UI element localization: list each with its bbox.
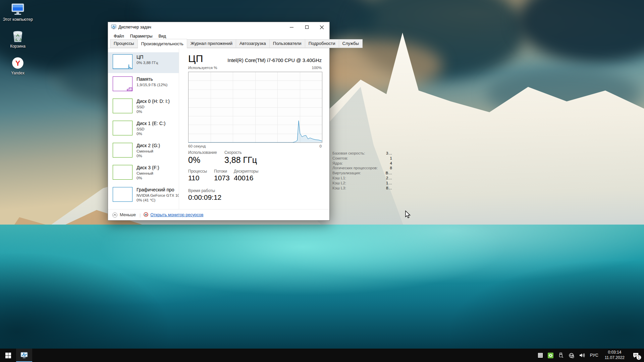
detail-value: 4 <box>390 161 392 166</box>
tab-startup[interactable]: Автозагрузка <box>236 39 270 48</box>
desktop-icon-this-pc[interactable]: Этот компьютер <box>3 3 33 22</box>
tab-users[interactable]: Пользователи <box>270 39 305 48</box>
task-manager-icon <box>111 24 116 31</box>
notification-center-button[interactable]: 1 <box>629 349 642 362</box>
language-indicator[interactable]: РУС <box>588 353 600 358</box>
sidebar-item-disk3[interactable]: Диск 3 (F:) Сменный 0% <box>108 163 179 184</box>
tab-strip: Процессы Производительность Журнал прило… <box>108 40 329 48</box>
clock[interactable]: 0:03:14 11.07.2022 <box>602 350 627 360</box>
clock-date: 11.07.2022 <box>605 355 625 361</box>
detail-label: Кэш L3: <box>332 186 346 191</box>
speed-value: 3,88 ГГц <box>224 155 265 165</box>
maximize-button[interactable] <box>299 22 314 32</box>
disk-thumbnail-icon <box>113 121 132 135</box>
network-no-internet-icon[interactable] <box>568 349 576 362</box>
memory-thumbnail-icon <box>113 76 132 91</box>
sidebar-item-subtitle: 1,9/15,9 ГБ (12%) <box>137 82 167 87</box>
sidebar-item-subtitle2: 0% <box>137 176 159 181</box>
performance-sidebar: ЦП 0% 3,88 ГГц Память 1,9/15,9 ГБ (12%) <box>108 48 179 209</box>
notification-badge: 1 <box>636 355 641 360</box>
taskbar-app-task-manager[interactable] <box>16 349 32 362</box>
sidebar-item-disk0[interactable]: Диск 0 (H: D: I:) SSD 0% <box>108 97 179 117</box>
tab-app-history[interactable]: Журнал приложений <box>187 39 236 48</box>
detail-value: 8 <box>390 166 392 171</box>
desktop-icons: Этот компьютер Корзина Y Yan <box>3 3 33 75</box>
windows-logo-icon <box>5 353 11 358</box>
sidebar-item-title: Диск 2 (G:) <box>137 143 160 149</box>
desktop-icon-yandex[interactable]: Y Yandex <box>3 56 33 76</box>
touch-keyboard-icon[interactable] <box>536 349 544 362</box>
detail-value: 1 <box>390 156 392 161</box>
sidebar-item-title: Память <box>137 76 167 82</box>
sidebar-item-cpu[interactable]: ЦП 0% 3,88 ГГц <box>108 52 179 73</box>
panel-title: ЦП <box>188 53 203 64</box>
disk-thumbnail-icon <box>113 165 132 180</box>
sidebar-item-gpu[interactable]: Графический про NVIDIA GeForce GTX 10 0%… <box>108 185 179 206</box>
cpu-usage-graph[interactable] <box>188 72 322 143</box>
detail-value: 1… <box>386 181 392 186</box>
desktop-icon-label: Корзина <box>10 44 25 49</box>
svg-text:Y: Y <box>15 59 20 67</box>
title-bar[interactable]: Диспетчер задач <box>108 22 329 32</box>
close-button[interactable] <box>314 22 329 32</box>
graph-xmin: 60 секунд <box>188 144 206 148</box>
detail-label: Кэш L2: <box>332 181 346 186</box>
speed-label: Скорость <box>224 150 265 155</box>
sidebar-item-subtitle: Сменный <box>137 149 160 154</box>
uptime-label: Время работы <box>188 188 221 193</box>
sidebar-item-title: Диск 0 (H: D: I:) <box>137 99 170 105</box>
tab-services[interactable]: Службы <box>339 39 363 48</box>
wallpaper-water-shadow <box>0 253 167 351</box>
sidebar-item-memory[interactable]: Память 1,9/15,9 ГБ (12%) <box>108 74 179 95</box>
detail-value: В… <box>386 171 392 176</box>
processes-label: Процессы <box>188 169 214 174</box>
sidebar-item-disk1[interactable]: Диск 1 (E: C:) SSD 0% <box>108 119 179 139</box>
sidebar-item-title: Графический про <box>137 187 179 193</box>
sidebar-item-subtitle2: 0% (41 °C) <box>137 198 179 203</box>
tab-processes[interactable]: Процессы <box>110 39 138 48</box>
detail-label: Виртуализация: <box>332 171 361 176</box>
task-manager-window: Диспетчер задач Файл Параметры Вид Проце… <box>108 22 330 221</box>
menu-options[interactable]: Параметры <box>127 33 156 40</box>
detail-value: 3… <box>386 151 392 156</box>
cpu-panel: ЦП Intel(R) Core(TM) i7-6700 CPU @ 3.40G… <box>179 48 329 209</box>
resource-monitor-icon <box>144 212 148 218</box>
nvidia-settings-icon[interactable] <box>547 349 555 362</box>
detail-label: Кэш L1: <box>332 176 346 181</box>
fewer-details-button[interactable]: Меньше <box>112 213 136 218</box>
detail-value: 8… <box>386 186 392 191</box>
gpu-thumbnail-icon <box>113 187 132 202</box>
recycle-bin-icon <box>10 29 25 43</box>
start-button[interactable] <box>0 349 16 362</box>
computer-icon <box>10 3 25 16</box>
sidebar-item-title: ЦП <box>137 54 158 60</box>
resource-monitor-label: Открыть монитор ресурсов <box>150 213 203 217</box>
footer-separator: | <box>140 213 141 218</box>
minimize-button[interactable] <box>284 22 299 32</box>
detail-label: Ядра: <box>332 161 343 166</box>
sidebar-item-subtitle2: 0% <box>137 109 170 114</box>
sidebar-item-disk2[interactable]: Диск 2 (G:) Сменный 0% <box>108 141 179 162</box>
threads-label: Потоки <box>214 169 234 174</box>
menu-file[interactable]: Файл <box>111 33 127 40</box>
graph-ylabel: Используется % <box>188 66 217 70</box>
sidebar-item-title: Диск 3 (F:) <box>137 165 159 171</box>
volume-icon[interactable] <box>578 349 586 362</box>
threads-value: 1073 <box>214 174 234 182</box>
taskbar: РУС 0:03:14 11.07.2022 1 <box>0 349 644 362</box>
cpu-usage-curve <box>189 72 322 142</box>
tab-performance[interactable]: Производительность <box>138 39 187 48</box>
mouse-cursor <box>405 210 412 221</box>
cpu-model-name: Intel(R) Core(TM) i7-6700 CPU @ 3.40GHz <box>227 58 322 64</box>
open-resource-monitor-link[interactable]: Открыть монитор ресурсов <box>144 212 203 218</box>
menu-view[interactable]: Вид <box>155 33 169 40</box>
sidebar-item-subtitle2: 0% <box>137 154 160 159</box>
detail-label: Базовая скорость: <box>332 151 365 156</box>
sidebar-item-subtitle: Сменный <box>137 171 159 176</box>
handles-value: 40016 <box>234 174 267 182</box>
desktop-icon-recycle-bin[interactable]: Корзина <box>3 29 33 49</box>
usb-device-icon[interactable] <box>557 349 565 362</box>
tab-details[interactable]: Подробности <box>305 39 339 48</box>
sidebar-item-subtitle: SSD <box>137 127 165 132</box>
maximize-icon <box>305 25 309 29</box>
